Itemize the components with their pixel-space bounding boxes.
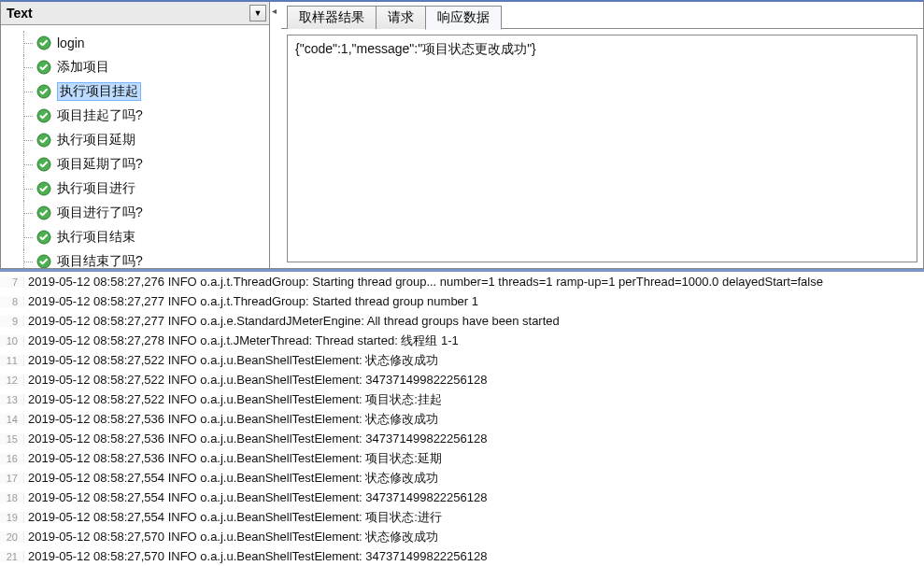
right-panel: 取样器结果请求响应数据 {"code":1,"message":"项目状态更改成… <box>281 2 923 268</box>
log-line: 202019-05-12 08:58:27,570 INFO o.a.j.u.B… <box>0 527 924 546</box>
log-line-number: 10 <box>0 335 24 347</box>
log-line-number: 14 <box>0 414 24 425</box>
log-panel: 72019-05-12 08:58:27,276 INFO o.a.j.t.Th… <box>0 269 924 564</box>
log-line-text: 2019-05-12 08:58:27,554 INFO o.a.j.u.Bea… <box>24 470 438 487</box>
tree-item[interactable]: 执行项目挂起 <box>1 79 269 104</box>
top-container: Text ▼ login添加项目执行项目挂起项目挂起了吗?执行项目延期项目延期了… <box>0 0 924 269</box>
success-icon <box>36 181 51 196</box>
log-line-number: 13 <box>0 394 24 405</box>
log-line-number: 8 <box>0 296 24 307</box>
log-line: 72019-05-12 08:58:27,276 INFO o.a.j.t.Th… <box>0 272 924 291</box>
log-line: 82019-05-12 08:58:27,277 INFO o.a.j.t.Th… <box>0 291 924 311</box>
log-line: 122019-05-12 08:58:27,522 INFO o.a.j.u.B… <box>0 370 924 389</box>
log-line-text: 2019-05-12 08:58:27,522 INFO o.a.j.u.Bea… <box>24 391 442 408</box>
log-line-text: 2019-05-12 08:58:27,277 INFO o.a.j.t.Thr… <box>24 294 478 308</box>
log-line-number: 7 <box>0 276 24 288</box>
tree-connector-icon <box>23 201 33 225</box>
response-body[interactable]: {"code":1,"message":"项目状态更改成功"} <box>287 35 917 262</box>
log-line: 162019-05-12 08:58:27,536 INFO o.a.j.u.B… <box>0 448 924 468</box>
tree-item-label: 执行项目延期 <box>57 132 135 149</box>
success-icon <box>36 60 51 75</box>
log-line-text: 2019-05-12 08:58:27,536 INFO o.a.j.u.Bea… <box>24 432 487 446</box>
tree-connector-icon <box>23 177 33 201</box>
tree-item[interactable]: 项目挂起了吗? <box>1 104 269 128</box>
log-line: 182019-05-12 08:58:27,554 INFO o.a.j.u.B… <box>0 488 924 507</box>
tree-container: login添加项目执行项目挂起项目挂起了吗?执行项目延期项目延期了吗?执行项目进… <box>1 25 269 268</box>
tree-header: Text ▼ <box>1 2 269 25</box>
tab[interactable]: 响应数据 <box>425 6 502 30</box>
tree-item[interactable]: 执行项目进行 <box>1 177 269 201</box>
tree-item[interactable]: 执行项目结束 <box>1 225 269 249</box>
log-line-number: 17 <box>0 473 24 484</box>
log-line: 142019-05-12 08:58:27,536 INFO o.a.j.u.B… <box>0 409 924 429</box>
log-line-number: 18 <box>0 492 24 503</box>
log-line-text: 2019-05-12 08:58:27,522 INFO o.a.j.u.Bea… <box>24 352 438 369</box>
success-icon <box>36 84 51 99</box>
success-icon <box>36 157 51 172</box>
log-line-number: 12 <box>0 375 24 386</box>
tree-connector-icon <box>23 225 33 249</box>
tree-item[interactable]: 执行项目延期 <box>1 128 269 152</box>
tab-label: 响应数据 <box>437 9 490 24</box>
tree-connector-icon <box>23 79 33 104</box>
tree-panel: Text ▼ login添加项目执行项目挂起项目挂起了吗?执行项目延期项目延期了… <box>1 2 270 268</box>
tree-item-label: 项目挂起了吗? <box>57 107 143 124</box>
log-line: 132019-05-12 08:58:27,522 INFO o.a.j.u.B… <box>0 389 924 409</box>
log-line: 112019-05-12 08:58:27,522 INFO o.a.j.u.B… <box>0 350 924 370</box>
log-line: 152019-05-12 08:58:27,536 INFO o.a.j.u.B… <box>0 429 924 448</box>
log-line-text: 2019-05-12 08:58:27,522 INFO o.a.j.u.Bea… <box>24 373 487 387</box>
tree-header-dropdown[interactable]: ▼ <box>249 5 266 21</box>
log-line-text: 2019-05-12 08:58:27,278 INFO o.a.j.t.JMe… <box>24 333 459 349</box>
log-line: 192019-05-12 08:58:27,554 INFO o.a.j.u.B… <box>0 507 924 527</box>
tree-item-label: 执行项目结束 <box>57 229 135 246</box>
tree-connector-icon <box>23 128 33 152</box>
tab-label: 取样器结果 <box>299 9 364 24</box>
log-line-text: 2019-05-12 08:58:27,277 INFO o.a.j.e.Sta… <box>24 314 560 328</box>
tree-item[interactable]: 项目进行了吗? <box>1 201 269 225</box>
log-line: 92019-05-12 08:58:27,277 INFO o.a.j.e.St… <box>0 311 924 331</box>
tab-label: 请求 <box>388 9 414 24</box>
tree-item-label: 项目延期了吗? <box>57 156 143 173</box>
tree-item-label: 添加项目 <box>57 59 109 76</box>
log-line-number: 20 <box>0 531 24 543</box>
log-line: 172019-05-12 08:58:27,554 INFO o.a.j.u.B… <box>0 468 924 488</box>
tree-item[interactable]: 项目结束了吗? <box>1 249 269 268</box>
log-line: 212019-05-12 08:58:27,570 INFO o.a.j.u.B… <box>0 546 924 564</box>
tree-connector-icon <box>23 104 33 128</box>
vertical-splitter[interactable]: ◂ <box>270 2 281 268</box>
tabs-bar: 取样器结果请求响应数据 <box>281 6 923 29</box>
log-line-text: 2019-05-12 08:58:27,554 INFO o.a.j.u.Bea… <box>24 509 442 526</box>
tab[interactable]: 取样器结果 <box>287 6 377 29</box>
tree-item[interactable]: 项目延期了吗? <box>1 152 269 177</box>
tree-item[interactable]: 添加项目 <box>1 55 269 79</box>
log-line-number: 11 <box>0 355 24 366</box>
success-icon <box>36 108 51 123</box>
collapse-left-icon: ◂ <box>272 6 279 13</box>
tree-item-label: login <box>57 35 85 50</box>
tree-connector-icon <box>23 152 33 177</box>
tree-connector-icon <box>23 55 33 79</box>
log-line-text: 2019-05-12 08:58:27,536 INFO o.a.j.u.Bea… <box>24 411 438 428</box>
tree-item-label: 项目结束了吗? <box>57 253 143 268</box>
log-line-text: 2019-05-12 08:58:27,570 INFO o.a.j.u.Bea… <box>24 549 487 563</box>
log-line-text: 2019-05-12 08:58:27,570 INFO o.a.j.u.Bea… <box>24 529 438 545</box>
log-line-text: 2019-05-12 08:58:27,554 INFO o.a.j.u.Bea… <box>24 490 487 504</box>
log-line-number: 15 <box>0 433 24 445</box>
success-icon <box>36 230 51 245</box>
log-line-number: 16 <box>0 453 24 464</box>
log-line-number: 21 <box>0 551 24 562</box>
tree-connector-icon <box>23 31 33 55</box>
tree-item-label: 项目进行了吗? <box>57 205 143 221</box>
log-line-number: 19 <box>0 512 24 523</box>
success-icon <box>36 205 51 220</box>
success-icon <box>36 254 51 268</box>
log-line-number: 9 <box>0 316 24 327</box>
tree-item[interactable]: login <box>1 31 269 55</box>
tree-connector-icon <box>23 249 33 268</box>
log-line-text: 2019-05-12 08:58:27,276 INFO o.a.j.t.Thr… <box>24 275 823 289</box>
log-line-text: 2019-05-12 08:58:27,536 INFO o.a.j.u.Bea… <box>24 450 442 467</box>
success-icon <box>36 35 51 50</box>
tab[interactable]: 请求 <box>376 6 426 29</box>
tree-header-label: Text <box>7 6 249 21</box>
response-body-text: {"code":1,"message":"项目状态更改成功"} <box>295 41 536 56</box>
